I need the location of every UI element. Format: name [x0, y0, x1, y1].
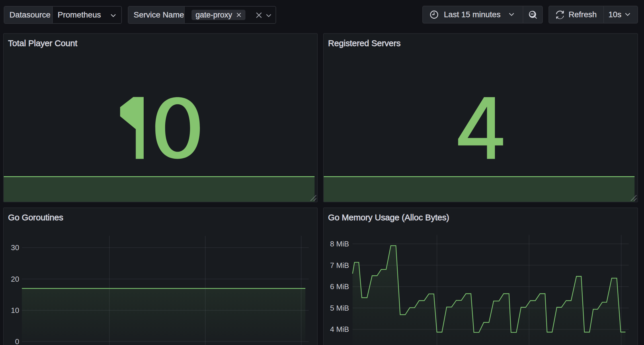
svg-text:4 MiB: 4 MiB: [330, 325, 349, 334]
svg-text:5 MiB: 5 MiB: [330, 304, 349, 312]
svg-text:7 MiB: 7 MiB: [330, 261, 349, 270]
svg-text:8 MiB: 8 MiB: [330, 240, 349, 248]
svg-text:0: 0: [15, 337, 19, 345]
svg-text:20: 20: [11, 275, 19, 283]
svg-text:30: 30: [11, 243, 19, 252]
svg-text:10: 10: [11, 306, 19, 315]
svg-text:6 MiB: 6 MiB: [330, 282, 349, 291]
